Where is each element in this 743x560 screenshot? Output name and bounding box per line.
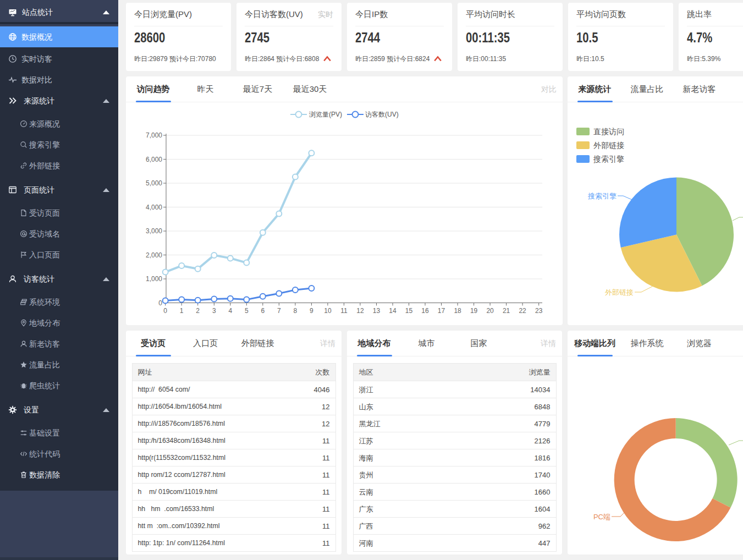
svg-text:3,000: 3,000 [146,227,162,235]
svg-text:访客数(UV): 访客数(UV) [365,111,399,118]
svg-text:6: 6 [261,307,265,315]
svg-text:12: 12 [356,307,364,315]
svg-text:20: 20 [486,307,494,315]
svg-text:9: 9 [310,307,313,315]
svg-text:1: 1 [180,307,184,315]
svg-text:11: 11 [340,307,348,315]
svg-text:5,000: 5,000 [146,179,162,187]
svg-text:8: 8 [294,307,298,315]
svg-text:PC端: PC端 [593,513,610,521]
svg-text:4: 4 [228,307,232,315]
svg-text:5: 5 [245,307,249,315]
svg-text:2: 2 [196,307,200,315]
svg-text:3: 3 [212,307,216,315]
svg-text:19: 19 [470,307,478,315]
svg-text:10: 10 [324,307,332,315]
svg-text:外部链接: 外部链接 [593,141,624,150]
svg-text:15: 15 [405,307,413,315]
svg-text:23: 23 [535,307,543,315]
svg-text:18: 18 [454,307,461,315]
svg-text:22: 22 [519,307,526,315]
svg-text:外部链接: 外部链接 [604,288,634,297]
svg-text:7: 7 [277,307,281,315]
svg-text:21: 21 [503,307,510,315]
svg-text:0: 0 [163,307,167,315]
svg-text:6,000: 6,000 [146,156,162,163]
svg-text:4,000: 4,000 [146,204,162,211]
svg-text:0: 0 [158,299,162,307]
svg-text:17: 17 [438,307,445,315]
svg-text:浏览量(PV): 浏览量(PV) [309,111,342,118]
svg-text:14: 14 [389,307,397,315]
svg-text:7,000: 7,000 [146,131,162,139]
svg-text:1,000: 1,000 [146,275,162,283]
svg-text:13: 13 [373,307,381,315]
svg-text:搜索引擎: 搜索引擎 [587,192,617,200]
svg-text:直接访问: 直接访问 [593,127,624,136]
svg-text:16: 16 [421,307,429,315]
svg-text:搜索引擎: 搜索引擎 [593,155,624,163]
svg-text:2,000: 2,000 [146,251,162,259]
